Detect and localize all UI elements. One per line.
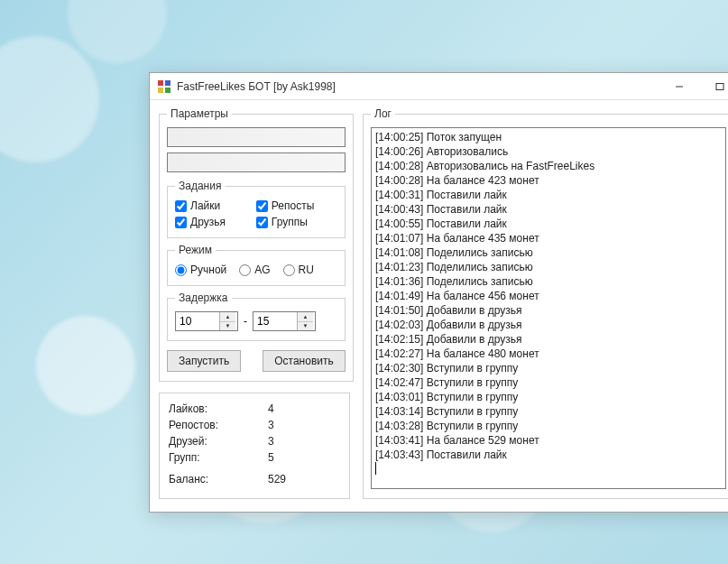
log-line: [14:02:03] Добавили в друзья [375,318,722,332]
svg-rect-2 [158,88,163,93]
mode-legend: Режим [175,244,216,256]
log-line: [14:01:49] На балансе 456 монет [375,289,722,303]
log-line: [14:02:15] Добавили в друзья [375,332,722,347]
checkbox-groups[interactable]: Группы [256,216,337,228]
log-line: [14:01:36] Поделились записью [375,274,722,289]
stats-row: Друзей:3 [169,435,340,448]
log-textarea[interactable]: [14:00:25] Поток запущен[14:00:26] Автор… [371,127,726,489]
stats-label: Баланс: [169,473,268,485]
titlebar[interactable]: FastFreeLikes БОТ [by Ask1998] [150,73,728,100]
delay-separator: - [244,315,247,328]
log-legend: Лог [371,107,395,120]
stats-panel: Лайков:4Репостов:3Друзей:3Групп:5Баланс:… [159,393,350,499]
checkbox-likes[interactable]: Лайки [175,199,256,212]
log-line: [14:00:25] Поток запущен [375,130,722,144]
left-column: Параметры Задания Лайки Друзья Репосты Г… [159,107,350,499]
log-line: [14:00:26] Авторизовались [375,144,722,159]
log-line: [14:03:01] Вступили в группу [375,390,722,404]
radio-ru[interactable]: RU [283,264,314,276]
mode-group: Режим Ручной AG RU [167,244,346,286]
spin-up-icon[interactable]: ▲ [220,312,235,322]
log-line: [14:00:28] На балансе 423 монет [375,173,722,188]
stats-value: 3 [268,435,274,448]
stop-button[interactable]: Остановить [263,350,346,372]
password-input[interactable] [167,153,346,172]
log-line: [14:00:43] Поставили лайк [375,202,722,217]
app-icon [157,79,171,94]
spin-down-icon[interactable]: ▼ [220,322,235,331]
svg-rect-1 [165,80,170,86]
log-line: [14:00:55] Поставили лайк [375,217,722,231]
tasks-legend: Задания [175,180,225,192]
spin-up-icon[interactable]: ▲ [298,312,313,322]
log-line: [14:02:47] Вступили в группу [375,375,722,390]
log-line: [14:03:43] Поставили лайк [375,448,722,462]
stats-value: 5 [268,451,274,464]
window-title: FastFreeLikes БОТ [by Ask1998] [177,80,659,93]
stats-row: Лайков:4 [169,402,340,415]
params-legend: Параметры [167,107,232,120]
login-input[interactable] [167,127,346,147]
delay-to-input[interactable] [253,312,297,330]
delay-group: Задержка ▲▼ - ▲▼ [167,291,346,341]
client-area: Параметры Задания Лайки Друзья Репосты Г… [150,100,728,512]
stats-row: Групп:5 [169,451,340,464]
app-window: FastFreeLikes БОТ [by Ask1998] Параметры… [149,72,728,513]
tasks-group: Задания Лайки Друзья Репосты Группы [167,180,346,238]
params-group: Параметры Задания Лайки Друзья Репосты Г… [159,107,354,382]
log-line: [14:01:50] Добавили в друзья [375,303,722,318]
stats-value: 3 [268,419,274,431]
right-column: Лог [14:00:25] Поток запущен[14:00:26] А… [363,107,728,499]
stats-value: 4 [268,402,274,415]
delay-from-spinner[interactable]: ▲▼ [175,311,238,331]
log-line: [14:01:07] На балансе 435 монет [375,231,722,245]
log-line: [14:01:08] Поделились записью [375,245,722,260]
checkbox-friends[interactable]: Друзья [175,216,256,228]
text-caret [375,462,376,475]
minimize-button[interactable] [659,74,699,99]
log-line: [14:03:41] На балансе 529 монет [375,433,722,448]
log-line: [14:00:28] Авторизовались на FastFreeLik… [375,159,722,173]
delay-to-spinner[interactable]: ▲▼ [253,311,316,331]
log-line: [14:02:27] На балансе 480 монет [375,347,722,361]
stats-row: Репостов:3 [169,419,340,431]
svg-rect-0 [158,80,163,86]
delay-legend: Задержка [175,291,232,304]
maximize-button[interactable] [699,74,728,99]
stats-label: Репостов: [169,419,268,431]
log-line: [14:02:30] Вступили в группу [375,361,722,375]
stats-label: Лайков: [169,402,268,415]
spin-down-icon[interactable]: ▼ [298,322,313,331]
log-line: [14:00:31] Поставили лайк [375,188,722,202]
stats-row: Баланс:529 [169,473,340,485]
log-group: Лог [14:00:25] Поток запущен[14:00:26] А… [363,107,728,499]
log-line: [14:01:23] Поделились записью [375,260,722,274]
checkbox-reposts[interactable]: Репосты [256,199,337,212]
stats-value: 529 [268,473,286,485]
svg-rect-3 [165,88,170,93]
start-button[interactable]: Запустить [167,350,241,372]
log-line: [14:03:14] Вступили в группу [375,404,722,419]
log-line: [14:03:28] Вступили в группу [375,419,722,433]
stats-label: Друзей: [169,435,268,448]
radio-ag[interactable]: AG [239,264,270,276]
delay-from-input[interactable] [176,312,219,330]
svg-rect-5 [716,83,723,89]
radio-manual[interactable]: Ручной [175,264,226,276]
stats-label: Групп: [169,451,268,464]
